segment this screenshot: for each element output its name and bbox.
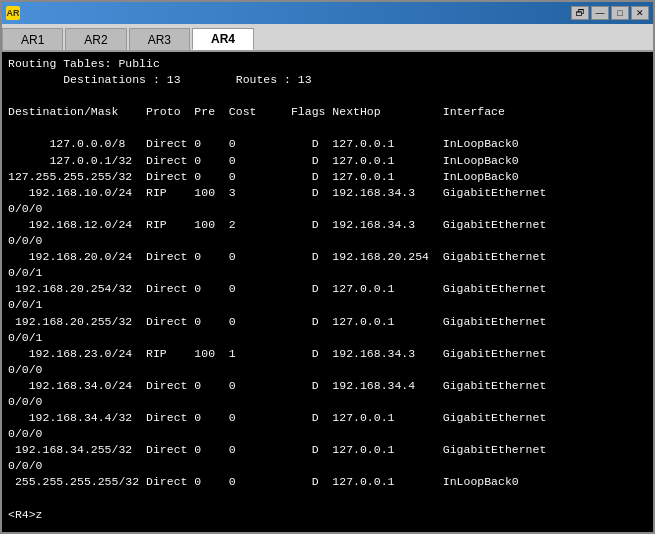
tab-ar4[interactable]: AR4 — [192, 28, 254, 50]
close-button[interactable]: ✕ — [631, 6, 649, 20]
app-icon: AR — [6, 6, 20, 20]
tabs-bar: AR1 AR2 AR3 AR4 — [2, 24, 653, 52]
main-window: AR 🗗 — □ ✕ AR1 AR2 AR3 AR4 Routing Table… — [0, 0, 655, 534]
tab-ar2[interactable]: AR2 — [65, 28, 126, 50]
tab-ar1[interactable]: AR1 — [2, 28, 63, 50]
title-bar-left: AR — [6, 6, 24, 20]
maximize-button[interactable]: □ — [611, 6, 629, 20]
title-bar: AR 🗗 — □ ✕ — [2, 2, 653, 24]
minimize-button[interactable]: — — [591, 6, 609, 20]
terminal-output[interactable]: Routing Tables: Public Destinations : 13… — [2, 52, 653, 532]
title-buttons: 🗗 — □ ✕ — [571, 6, 649, 20]
tab-ar3[interactable]: AR3 — [129, 28, 190, 50]
restore-button[interactable]: 🗗 — [571, 6, 589, 20]
